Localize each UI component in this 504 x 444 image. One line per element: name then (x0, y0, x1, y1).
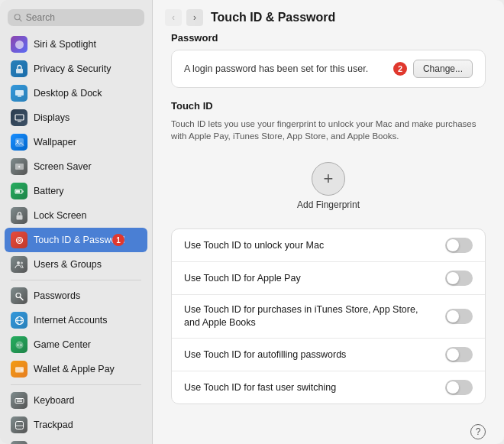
gamecenter-icon (11, 336, 27, 353)
sidebar-item-privacy[interactable]: Privacy & Security (5, 57, 147, 81)
forward-button[interactable]: › (186, 9, 203, 26)
toggle-switch-3[interactable] (445, 347, 473, 362)
sidebar-item-keyboard[interactable]: Keyboard (5, 388, 147, 413)
sidebar-item-users[interactable]: Users & Groups (5, 252, 147, 277)
printers-icon (11, 441, 27, 444)
battery-icon (11, 183, 27, 199)
sidebar-item-touchid[interactable]: Touch ID & Password 1 (5, 228, 147, 252)
password-info-text: A login password has been set for this u… (184, 63, 368, 74)
search-icon (14, 13, 22, 22)
svg-rect-5 (18, 96, 21, 97)
notification-badge: 2 (393, 62, 407, 76)
displays-icon (11, 109, 27, 126)
svg-rect-14 (22, 190, 24, 192)
password-section-header: Password (171, 32, 486, 44)
toggle-label-2: Use Touch ID for purchases in iTunes Sto… (184, 303, 445, 329)
sidebar-item-internet[interactable]: Internet Accounts (5, 308, 147, 332)
svg-rect-30 (21, 369, 23, 371)
toggle-rows-container: Use Touch ID to unlock your Mac Use Touc… (171, 228, 486, 404)
sidebar-item-label: Displays (34, 112, 69, 123)
sidebar-item-label: Screen Saver (34, 161, 92, 172)
sidebar-badge: 1 (112, 234, 124, 246)
sidebar-item-siri[interactable]: Siri & Spotlight (5, 32, 147, 57)
desktop-icon (11, 85, 27, 102)
sidebar-item-printers[interactable]: Printers & Scanners (5, 437, 147, 444)
sidebar-item-label: Wallpaper (34, 137, 76, 147)
back-button[interactable]: ‹ (165, 9, 182, 26)
help-area: ? (171, 416, 486, 439)
toggle-label-4: Use Touch ID for fast user switching (184, 381, 445, 394)
change-password-button[interactable]: Change... (413, 60, 473, 78)
svg-point-2 (15, 41, 24, 49)
internet-icon (11, 312, 27, 329)
touchid-section: Touch ID Touch ID lets you use your fing… (171, 100, 486, 404)
sidebar-item-desktop[interactable]: Desktop & Dock (5, 81, 147, 105)
toggle-switch-4[interactable] (445, 380, 473, 395)
svg-point-28 (20, 344, 21, 345)
sidebar-item-gamecenter[interactable]: Game Center (5, 332, 147, 357)
lockscreen-icon (11, 207, 27, 224)
sidebar-list: Siri & Spotlight Privacy & Security Desk… (0, 32, 152, 444)
sidebar-item-label: Battery (34, 186, 64, 196)
sidebar-item-screensaver[interactable]: ✦ Screen Saver (5, 154, 147, 179)
sidebar-item-label: Desktop & Dock (34, 88, 102, 99)
add-fingerprint-label: Add Fingerprint (297, 199, 360, 210)
svg-rect-6 (15, 115, 24, 120)
sidebar-item-passwords[interactable]: Passwords (5, 284, 147, 308)
touchid-section-header: Touch ID (171, 100, 486, 112)
siri-icon (11, 36, 27, 53)
svg-line-1 (19, 19, 21, 21)
main-content: ‹ › Touch ID & Password Password A login… (153, 0, 504, 444)
toggle-row-4: Use Touch ID for fast user switching (172, 371, 485, 403)
search-input[interactable] (26, 12, 138, 23)
sidebar-item-label: Touch ID & Password (34, 235, 125, 245)
toggle-row-2: Use Touch ID for purchases in iTunes Sto… (172, 295, 485, 339)
svg-rect-13 (16, 190, 20, 193)
sidebar-item-lockscreen[interactable]: Lock Screen (5, 203, 147, 228)
svg-rect-31 (15, 367, 24, 368)
sidebar-item-trackpad[interactable]: Trackpad (5, 413, 147, 437)
toggle-switch-1[interactable] (445, 271, 473, 286)
add-fingerprint-button[interactable]: + (312, 162, 345, 196)
svg-text:✦: ✦ (17, 164, 20, 169)
content-area: Password A login password has been set f… (153, 32, 504, 444)
users-icon (11, 256, 27, 273)
screensaver-icon: ✦ (11, 158, 27, 175)
sidebar-item-label: Lock Screen (34, 210, 86, 221)
sidebar-item-battery[interactable]: Battery (5, 179, 147, 203)
password-row: A login password has been set for this u… (171, 50, 486, 88)
svg-rect-7 (18, 121, 21, 122)
sidebar-item-wallpaper[interactable]: Wallpaper (5, 130, 147, 154)
sidebar-item-label: Passwords (34, 290, 80, 301)
page-title: Touch ID & Password (211, 11, 335, 24)
toggle-label-1: Use Touch ID for Apple Pay (184, 272, 445, 285)
toggle-switch-0[interactable] (445, 238, 473, 253)
help-button[interactable]: ? (470, 424, 486, 439)
wallpaper-icon (11, 134, 27, 151)
sidebar-item-displays[interactable]: Displays (5, 105, 147, 130)
search-box[interactable] (8, 9, 144, 26)
sidebar-top (0, 0, 152, 32)
sidebar-item-label: Game Center (34, 339, 91, 350)
svg-rect-4 (15, 90, 24, 96)
svg-point-18 (18, 239, 20, 241)
sidebar-item-wallet[interactable]: Wallet & Apple Pay (5, 357, 147, 381)
sidebar: Siri & Spotlight Privacy & Security Desk… (0, 0, 153, 444)
sidebar-item-label: Internet Accounts (34, 315, 108, 326)
sidebar-item-label: Users & Groups (34, 259, 102, 270)
divider-2 (11, 384, 141, 385)
toggle-row-0: Use Touch ID to unlock your Mac (172, 229, 485, 262)
trackpad-icon (11, 416, 27, 433)
privacy-icon (11, 60, 27, 77)
svg-point-20 (21, 261, 23, 264)
svg-rect-8 (15, 138, 24, 147)
sidebar-item-label: Privacy & Security (34, 63, 111, 74)
toggle-switch-2[interactable] (445, 309, 473, 324)
sidebar-item-label: Siri & Spotlight (34, 39, 96, 50)
toggle-label-3: Use Touch ID for autofilling passwords (184, 348, 445, 361)
back-arrow-icon: ‹ (172, 12, 175, 23)
keyboard-icon (11, 392, 27, 409)
svg-point-26 (15, 341, 23, 348)
add-fingerprint-area: + Add Fingerprint (171, 153, 486, 219)
titlebar: ‹ › Touch ID & Password (153, 0, 504, 32)
